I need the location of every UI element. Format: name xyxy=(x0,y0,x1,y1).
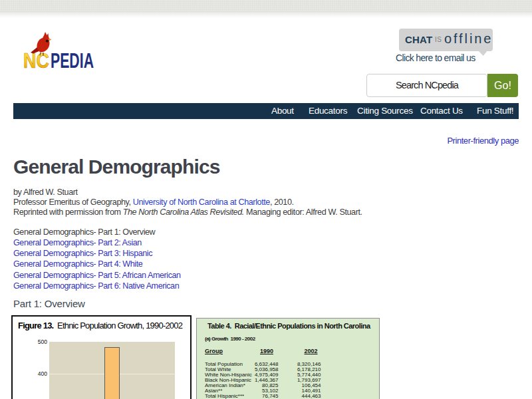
svg-text:PEDIA: PEDIA xyxy=(51,49,94,71)
